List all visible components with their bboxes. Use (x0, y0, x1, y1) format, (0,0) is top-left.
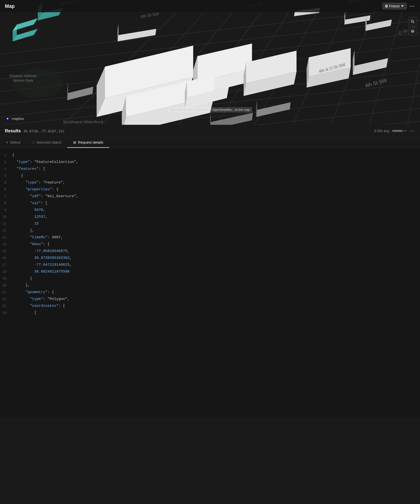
code-line: 12 ], (0, 227, 420, 234)
line-content: -77.047119140625, (12, 262, 72, 268)
svg-text:Norton Park: Norton Park (13, 78, 33, 82)
line-number: 7 (0, 193, 12, 200)
code-line: 10 12537, (0, 214, 420, 220)
line-number: 20 (0, 282, 12, 289)
selected-object-icon: □ (32, 140, 34, 144)
results-title: Results (5, 128, 21, 134)
line-content: "coordinates": [ (12, 303, 65, 309)
results-title-group: Results 38.8738,-77.0187,15z (5, 128, 65, 134)
chevron-down-icon (401, 5, 404, 7)
line-number: 2 (0, 159, 12, 166)
code-line: 20 }, (0, 282, 420, 289)
line-content: "xyz": [ (12, 200, 47, 207)
line-number: 12 (0, 227, 12, 234)
search-button[interactable] (408, 17, 417, 26)
layers-button[interactable] (408, 27, 417, 36)
line-number: 15 (0, 248, 12, 255)
code-line: 15 -77.05810546875, (0, 248, 420, 255)
line-content: 15 (12, 220, 39, 227)
line-number: 6 (0, 186, 12, 193)
line-number: 1 (0, 152, 12, 159)
mapbox-logo-icon (5, 116, 10, 121)
line-number: 5 (0, 179, 12, 186)
line-content: }, (12, 282, 30, 289)
code-line: 3 "features": [ (0, 166, 420, 172)
stdout-icon: ≡ (6, 140, 8, 144)
code-line: 22 "type": "Polygon", (0, 296, 420, 303)
line-content: -77.05810546875, (12, 248, 70, 255)
svg-point-85 (7, 118, 8, 119)
results-more-button[interactable]: ⋯ (410, 128, 415, 134)
line-content: ], (12, 227, 34, 234)
code-line: 2 "type": "FeatureCollection", (0, 159, 420, 166)
freeze-button[interactable]: Freeze (382, 3, 407, 10)
line-content: "geometry": { (12, 289, 54, 296)
line-number: 22 (0, 296, 12, 303)
code-line: 18 38.8824811975508 (0, 268, 420, 275)
line-number: 4 (0, 172, 12, 179)
code-line: 11 15 (0, 220, 420, 227)
results-coords: 38.8738,-77.0187,15z (23, 129, 65, 133)
line-number: 10 (0, 214, 12, 220)
code-line: 7 "udf": "Nsi_Overture", (0, 193, 420, 200)
svg-text:Eleanor Holmes: Eleanor Holmes (10, 74, 36, 78)
svg-point-65 (12, 69, 63, 98)
line-number: 24 (0, 309, 12, 316)
tab-selected-object[interactable]: □ Selected object (26, 137, 67, 148)
code-line: 14 "bbox": [ (0, 241, 420, 248)
line-content: 38.8739285392363, (12, 255, 72, 262)
svg-line-83 (413, 22, 414, 23)
freeze-label: Freeze (389, 4, 400, 8)
line-number: 18 (0, 268, 12, 275)
map-more-button[interactable]: ⋯ (409, 3, 415, 9)
mapbox-logo: mapbox (5, 116, 24, 121)
code-line: 8 "xyz": [ (0, 200, 420, 207)
tab-selected-object-label: Selected object (36, 140, 61, 144)
line-content: "type": "Feature", (12, 179, 65, 186)
line-content: "properties": { (12, 186, 58, 193)
results-section: Results 38.8738,-77.0187,15z 6.58s avg ⋯… (0, 125, 420, 417)
results-time: 6.58s avg (374, 129, 389, 133)
line-number: 3 (0, 166, 12, 172)
line-content: "bbox": [ (12, 241, 50, 248)
code-line: 1{ (0, 152, 420, 159)
line-number: 14 (0, 241, 12, 248)
code-line: 17 -77.047119140625, (0, 262, 420, 268)
tab-stdout[interactable]: ≡ Stdout (0, 137, 26, 148)
line-number: 11 (0, 220, 12, 227)
code-line: 23 "coordinates": [ (0, 303, 420, 309)
line-number: 8 (0, 200, 12, 207)
code-line: 6 "properties": { (0, 186, 420, 193)
line-number: 19 (0, 275, 12, 282)
line-content: "udf": "Nsi_Overture", (12, 193, 78, 200)
map-side-buttons (408, 17, 417, 36)
line-content: { (12, 152, 14, 159)
map-title: Map (5, 3, 15, 9)
results-meta: 6.58s avg ⋯ (374, 128, 415, 134)
map-controls: Freeze ⋯ (382, 3, 415, 10)
map-header: Map Freeze ⋯ (0, 0, 420, 12)
line-content: ] (12, 275, 32, 282)
line-number: 9 (0, 207, 12, 214)
mapbox-logo-text: mapbox (12, 117, 24, 121)
results-progress-fill (392, 130, 402, 132)
code-lines-container: 1{2 "type": "FeatureCollection",3 "featu… (0, 152, 420, 316)
code-line: 19 ] (0, 275, 420, 282)
svg-text:Southwest Waterfront: Southwest Waterfront (63, 119, 103, 124)
line-content: "timeMs": 9087, (12, 234, 63, 241)
code-area: 1{2 "type": "FeatureCollection",3 "featu… (0, 148, 420, 417)
tab-request-details[interactable]: ⊞ Request details (67, 137, 109, 148)
line-number: 21 (0, 289, 12, 296)
line-content: "type": "FeatureCollection", (12, 159, 78, 166)
code-line: 13 "timeMs": 9087, (0, 234, 420, 241)
pause-icon (385, 5, 387, 8)
tab-request-details-label: Request details (78, 140, 103, 144)
map-scene: M St SW 6th St SW 4th St SW N St SW Cana… (0, 0, 420, 125)
code-line: 21 "geometry": { (0, 289, 420, 296)
line-number: 23 (0, 303, 12, 309)
line-content: 12537, (12, 214, 47, 220)
map-attribution: Made with Fused | © Mapbox © OpenStreetM… (168, 107, 252, 113)
code-line: 9 9370, (0, 207, 420, 214)
code-line: 24 [ (0, 309, 420, 316)
results-progress-bar (392, 130, 407, 132)
